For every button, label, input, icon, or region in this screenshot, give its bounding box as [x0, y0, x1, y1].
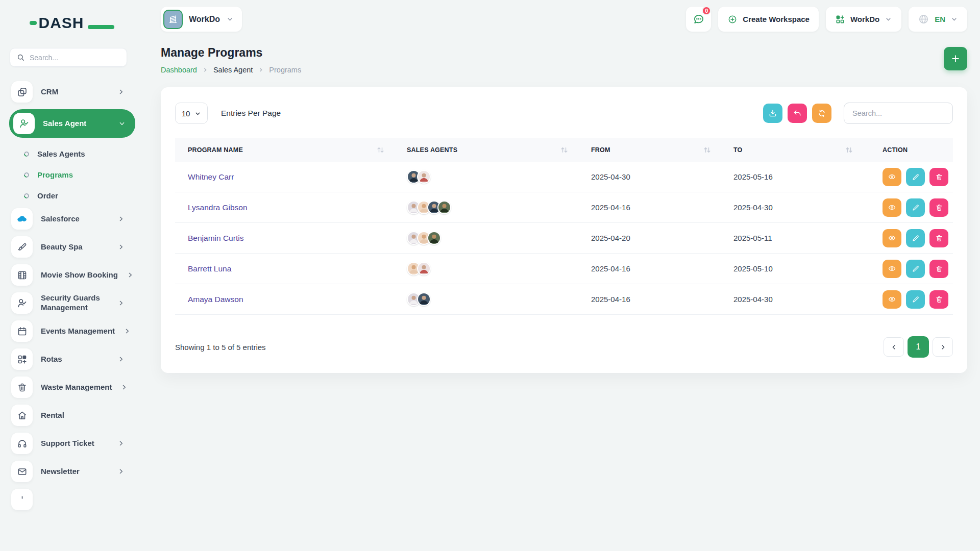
delete-button[interactable]: [929, 229, 948, 247]
page-title: Manage Programs: [161, 46, 301, 60]
program-name-link[interactable]: Barrett Luna: [188, 264, 231, 273]
table-row: Benjamin Curtis 2025-04-20 2025-05-11: [175, 223, 953, 254]
trash-icon: [935, 234, 943, 242]
messages-badge: 0: [702, 6, 711, 15]
entries-per-page-label: Entries Per Page: [221, 109, 281, 118]
eye-icon: [888, 295, 896, 304]
delete-button[interactable]: [929, 260, 948, 278]
language-label: EN: [935, 15, 945, 23]
sidebar-item-sales-agent[interactable]: Sales Agent: [9, 109, 135, 138]
eye-icon: [888, 203, 896, 212]
brand-logo[interactable]: DASH: [30, 14, 106, 32]
edit-button[interactable]: [906, 198, 925, 217]
sidebar-item-salesforce[interactable]: Salesforce: [0, 208, 135, 230]
sidebar-subitem-label: Programs: [37, 170, 73, 179]
column-header-from[interactable]: FROM: [579, 146, 722, 154]
delete-button[interactable]: [929, 168, 948, 186]
chevron-right-icon: [126, 271, 134, 279]
language-button[interactable]: EN: [909, 7, 967, 32]
program-name-link[interactable]: Whitney Carr: [188, 172, 234, 181]
add-program-button[interactable]: [944, 47, 967, 70]
column-header-sales-agents[interactable]: SALES AGENTS: [396, 146, 579, 154]
view-button[interactable]: [883, 290, 901, 309]
pagination-page-1-button[interactable]: 1: [908, 336, 929, 358]
pagination-next-button[interactable]: [933, 337, 953, 357]
bullet-icon: [23, 150, 30, 157]
messages-button[interactable]: 0: [686, 7, 711, 32]
sidebar-item-label: Sales Agent: [43, 119, 86, 129]
breadcrumb-sales-agent[interactable]: Sales Agent: [213, 66, 253, 74]
program-name-link[interactable]: Lysandra Gibson: [188, 203, 248, 212]
view-button[interactable]: [883, 168, 901, 186]
logo-text: DASH: [39, 14, 84, 32]
create-workspace-label: Create Workspace: [743, 15, 810, 23]
grid-plus-icon: [11, 348, 33, 370]
sidebar-item-waste-management[interactable]: Waste Management: [0, 377, 135, 398]
create-workspace-button[interactable]: Create Workspace: [718, 7, 819, 32]
table-search-input[interactable]: [844, 103, 953, 124]
chevron-right-icon: [117, 215, 125, 223]
user-check-icon: [11, 292, 33, 314]
agents-avatars: [396, 201, 579, 214]
program-name-link[interactable]: Amaya Dawson: [188, 295, 243, 304]
edit-button[interactable]: [906, 229, 925, 247]
sidebar-item-label: Waste Management: [41, 383, 112, 392]
row-actions: [864, 229, 953, 247]
sidebar: DASH CRM Sales Agent: [0, 0, 135, 551]
edit-button[interactable]: [906, 168, 925, 186]
pagination-prev-button[interactable]: [884, 337, 904, 357]
chevron-right-icon: [117, 439, 125, 447]
column-header-to[interactable]: TO: [722, 146, 864, 154]
delete-button[interactable]: [929, 198, 948, 217]
eye-icon: [888, 172, 896, 181]
from-date: 2025-04-16: [579, 203, 722, 212]
sidebar-item-newsletter[interactable]: Newsletter: [0, 461, 135, 482]
crm-icon: [11, 81, 33, 103]
sidebar-item-label: Events Management: [41, 327, 115, 336]
breadcrumb-dashboard[interactable]: Dashboard: [161, 66, 197, 74]
view-button[interactable]: [883, 260, 901, 278]
agent-avatar: [417, 170, 431, 184]
entries-per-page-select[interactable]: 10: [175, 103, 208, 124]
sidebar-item-crm[interactable]: CRM: [0, 81, 135, 103]
sidebar-item-support-ticket[interactable]: Support Ticket: [0, 433, 135, 454]
export-button[interactable]: [763, 104, 782, 123]
sidebar-item-rotas[interactable]: Rotas: [0, 348, 135, 370]
film-icon: [11, 264, 33, 286]
refresh-button[interactable]: [812, 104, 831, 123]
undo-button[interactable]: [788, 104, 807, 123]
sidebar-item-events-management[interactable]: Events Management: [0, 320, 135, 342]
sort-icon: [845, 146, 853, 154]
edit-button[interactable]: [906, 260, 925, 278]
sidebar-item-movie-show-booking[interactable]: Movie Show Booking: [0, 264, 135, 286]
trash-icon: [935, 173, 943, 181]
program-name-link[interactable]: Benjamin Curtis: [188, 234, 243, 242]
sidebar-item-label: Support Ticket: [41, 439, 94, 448]
paintbrush-icon: [11, 236, 33, 258]
sidebar-subitem-order[interactable]: Order: [0, 186, 135, 205]
undo-icon: [793, 109, 802, 118]
grid-plus-icon: [835, 14, 845, 24]
sidebar-subitem-sales-agents[interactable]: Sales Agents: [0, 144, 135, 163]
salesforce-cloud-icon: [11, 208, 33, 230]
sidebar-item-beauty-spa[interactable]: Beauty Spa: [0, 236, 135, 258]
view-button[interactable]: [883, 198, 901, 217]
download-icon: [768, 109, 777, 118]
more-icon: [11, 489, 33, 510]
column-header-program-name[interactable]: PROGRAM NAME: [175, 146, 396, 154]
from-date: 2025-04-16: [579, 264, 722, 273]
view-button[interactable]: [883, 229, 901, 247]
workspace-switcher[interactable]: WorkDo: [161, 7, 242, 32]
edit-button[interactable]: [906, 290, 925, 309]
sidebar-item-label: Security Guards Management: [41, 293, 109, 313]
sidebar-item-security-guards-management[interactable]: Security Guards Management: [0, 292, 135, 314]
sidebar-item-partial[interactable]: [0, 489, 135, 510]
mail-icon: [11, 461, 33, 482]
sidebar-search[interactable]: [10, 48, 127, 67]
sidebar-search-input[interactable]: [30, 54, 120, 62]
table-body: Whitney Carr 2025-04-30 2025-05-16 Lysan…: [175, 162, 953, 315]
workdo-menu-button[interactable]: WorkDo: [826, 7, 901, 32]
sidebar-subitem-programs[interactable]: Programs: [0, 165, 135, 184]
delete-button[interactable]: [929, 290, 948, 309]
sidebar-item-rental[interactable]: Rental: [0, 405, 135, 426]
